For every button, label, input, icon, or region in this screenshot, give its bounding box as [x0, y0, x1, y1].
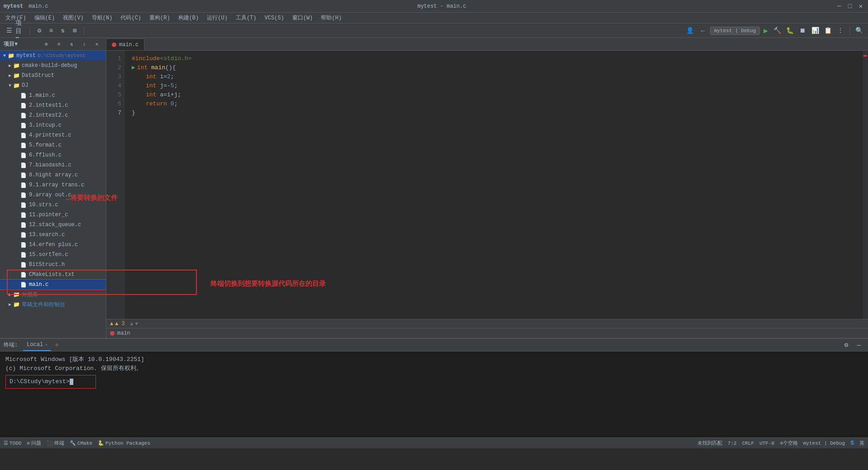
code-token: int: [132, 90, 160, 100]
sidebar-settings-icon[interactable]: ⚙: [41, 39, 52, 50]
tree-oj[interactable]: ▼ 📁 OJ: [0, 81, 106, 90]
problems-label: 问题: [31, 440, 41, 446]
tree-file-13search[interactable]: 📄 13.search.c: [0, 230, 106, 240]
tree-file-2inttest1[interactable]: 📄 2.inttest1.c: [0, 100, 106, 110]
debug-run-button[interactable]: 🐛: [784, 25, 795, 36]
arrow-icon: ▶: [7, 73, 13, 78]
project-dropdown[interactable]: 项目 ▼: [15, 25, 26, 36]
menu-vcs[interactable]: VCS(S): [261, 14, 287, 22]
tree-file-1main[interactable]: 📄 1.main.c: [0, 90, 106, 100]
status-position: 7:2: [728, 441, 737, 446]
menu-navigate[interactable]: 导航(N): [88, 13, 116, 23]
list-view-button[interactable]: ≡: [46, 25, 57, 36]
tree-label: 15.sortTen.c: [29, 252, 68, 258]
search-everywhere-button[interactable]: 🔍: [854, 25, 864, 36]
editor-tab-mainc[interactable]: main.c: [106, 38, 144, 50]
status-python[interactable]: 🐍 Python Packages: [98, 440, 150, 446]
code-editor[interactable]: #include<stdio.h> ▶ int main(){ int i=2;…: [124, 51, 863, 319]
tree-scratches[interactable]: ▶ 📁 草稿文件和控制台: [0, 299, 106, 309]
tree-file-6fflush[interactable]: 📄 6.fflush.c: [0, 150, 106, 160]
tree-file-cmakelists[interactable]: 📄 CMakeLists.txt: [0, 270, 106, 280]
code-line-2: ▶ int main(){: [132, 63, 855, 72]
status-todo[interactable]: ☰ TODO: [4, 440, 21, 446]
tree-file-10strs[interactable]: 📄 10.strs.c: [0, 200, 106, 210]
title-tab-file[interactable]: main.c: [29, 3, 48, 9]
menu-run[interactable]: 运行(U): [203, 13, 231, 23]
tree-file-2inttest2[interactable]: 📄 2.inttest2.c: [0, 110, 106, 120]
terminal-label-static: 终端:: [4, 341, 18, 349]
ime-indicator[interactable]: 英: [859, 440, 864, 446]
tree-file-9arrayout[interactable]: 📄 9.array out.c: [0, 190, 106, 200]
tree-file-14erfen[interactable]: 📄 14.erfen plus.c: [0, 240, 106, 250]
tree-file-5format[interactable]: 📄 5.format.c: [0, 140, 106, 150]
tree-datastruct[interactable]: ▶ 📁 DataStruct: [0, 71, 106, 81]
tree-file-7biaodashi[interactable]: 📄 7.biaodashi.c: [0, 160, 106, 170]
tree-file-3intcup[interactable]: 📄 3.intcup.c: [0, 120, 106, 130]
status-indent: 4个空格: [780, 440, 798, 446]
back-button[interactable]: ←: [697, 25, 708, 36]
sidebar-collapse-icon[interactable]: ≡: [53, 39, 64, 50]
terminal-tab-local[interactable]: Local ✕: [23, 339, 51, 351]
profile-button[interactable]: 📊: [810, 25, 820, 36]
menu-edit[interactable]: 编辑(E): [31, 13, 59, 23]
menu-tools[interactable]: 工具(T): [232, 13, 260, 23]
tree-file-4printtest[interactable]: 📄 4.printtest.c: [0, 130, 106, 140]
run-button[interactable]: ▶: [762, 25, 770, 36]
spacer-icon: [14, 152, 20, 158]
add-terminal-button[interactable]: +: [55, 342, 58, 349]
editor-scrollbar[interactable]: [863, 51, 868, 319]
debug-config-dropdown[interactable]: mytest | Debug: [710, 27, 760, 35]
code-token: j: [160, 81, 163, 90]
python-icon: 🐍: [98, 440, 104, 446]
toolbar-separator-2: [84, 26, 84, 35]
menu-code[interactable]: 代码(C): [117, 13, 145, 23]
minimize-button[interactable]: ─: [835, 3, 843, 10]
terminal-minimize-icon[interactable]: —: [854, 340, 864, 351]
menu-refactor[interactable]: 重构(R): [146, 13, 174, 23]
arrow-icon: ▼: [7, 83, 13, 88]
menu-bar: 文件(F) 编辑(E) 视图(V) 导航(N) 代码(C) 重构(R) 构建(B…: [0, 13, 868, 24]
settings-button[interactable]: ⚙: [34, 25, 45, 36]
close-tab-icon[interactable]: ✕: [45, 342, 48, 347]
tab-label: main.c: [119, 42, 138, 48]
code-line-3: int i=2;: [132, 72, 855, 81]
build-button[interactable]: 🔨: [772, 25, 782, 36]
file-c-icon: 📄: [20, 132, 27, 139]
sort-button[interactable]: ⇅: [57, 25, 68, 36]
tree-external-libs[interactable]: ▶ 📁 外部库: [0, 290, 106, 299]
coverage-button[interactable]: 📋: [822, 25, 833, 36]
tree-root-mytest[interactable]: ▼ 📁 mytest D:\CStudy\mytest: [0, 51, 106, 61]
tree-file-8hightarray[interactable]: 📄 8.hight array.c: [0, 170, 106, 180]
sidebar-close-icon[interactable]: ✕: [91, 39, 102, 50]
tree-file-bitstruct[interactable]: 📄 BitStruct.h: [0, 260, 106, 270]
tree-file-mainc[interactable]: 📄 main.c: [0, 280, 106, 290]
terminal-prompt-box[interactable]: D:\CStudy\mytest>: [5, 375, 96, 389]
menu-view[interactable]: 视图(V): [59, 13, 87, 23]
menu-help[interactable]: 帮助(H): [317, 13, 345, 23]
close-button[interactable]: ✕: [857, 3, 864, 10]
menu-build[interactable]: 构建(B): [175, 13, 203, 23]
sidebar-expand-icon[interactable]: ↕: [79, 39, 90, 50]
status-debug-config[interactable]: mytest | Debug: [803, 441, 845, 446]
code-token: =: [163, 90, 167, 100]
tree-file-15sortten[interactable]: 📄 15.sortTen.c: [0, 250, 106, 260]
menu-window[interactable]: 窗口(W): [289, 13, 317, 23]
tree-cmake-build-debug[interactable]: ▶ 📁 cmake-build-debug: [0, 61, 106, 71]
project-view-button[interactable]: ☰: [4, 25, 14, 36]
tree-file-11pointer[interactable]: 📄 11.pointer_c: [0, 210, 106, 220]
status-cmake[interactable]: 🔧 CMake: [70, 440, 92, 446]
account-button[interactable]: 👤: [685, 25, 696, 36]
tree-file-12stack[interactable]: 📄 12.stack_queue.c: [0, 220, 106, 230]
tree-file-91arraytrans[interactable]: 📄 9.1.array trans.c: [0, 180, 106, 190]
status-terminal[interactable]: ⬛ 终端: [47, 440, 64, 446]
warning-count: ▲ 3: [115, 321, 125, 327]
editor-content[interactable]: 1 2 3 4 5 6 7 #include<stdio.h> ▶ int ma…: [106, 51, 868, 319]
stop-button[interactable]: ⏹: [797, 25, 808, 36]
expand-button[interactable]: ⊞: [69, 25, 80, 36]
sidebar-sort-icon[interactable]: ⇅: [66, 39, 77, 50]
spacer-icon: [14, 192, 20, 198]
status-problems[interactable]: ⊙ 问题: [27, 440, 41, 446]
terminal-settings-icon[interactable]: ⚙: [841, 340, 852, 351]
maximize-button[interactable]: □: [846, 3, 854, 10]
more-actions-button[interactable]: ⋮: [835, 25, 846, 36]
